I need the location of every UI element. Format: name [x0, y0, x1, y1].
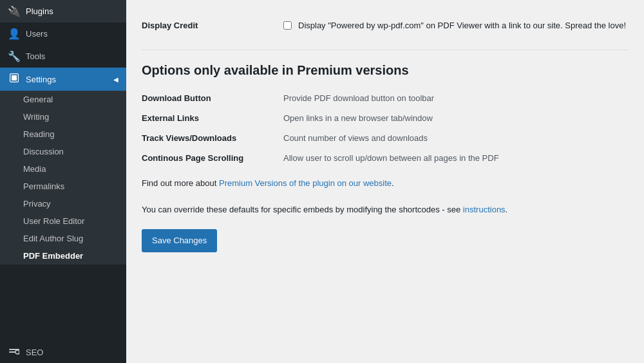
sidebar-label-general: General	[23, 95, 53, 104]
sidebar-item-general[interactable]: General	[0, 91, 126, 108]
divider	[142, 50, 629, 50]
plugins-icon: 🔌	[8, 5, 21, 17]
main-content: Display Credit Display "Powered by wp-pd…	[126, 0, 644, 363]
sidebar-label-permalinks: Permalinks	[23, 182, 64, 191]
sidebar-label-settings: Settings	[26, 75, 56, 84]
sidebar-label-plugins: Plugins	[26, 6, 53, 16]
override-text-prefix: You can override these defaults for spec…	[142, 205, 463, 214]
find-more-suffix: .	[392, 178, 394, 188]
sidebar-item-reading[interactable]: Reading	[0, 126, 126, 143]
sidebar-item-users[interactable]: 👤 Users	[0, 23, 126, 45]
sidebar-label-pdf-embedder: PDF Embedder	[23, 251, 83, 261]
sidebar-item-discussion[interactable]: Discussion	[0, 143, 126, 160]
display-credit-value: Display "Powered by wp-pdf.com" on PDF V…	[283, 19, 629, 32]
sidebar-label-privacy: Privacy	[23, 199, 51, 209]
display-credit-row: Display Credit Display "Powered by wp-pd…	[142, 13, 629, 39]
premium-row-external: External Links Open links in a new brows…	[142, 108, 629, 128]
premium-row-download: Download Button Provide PDF download but…	[142, 88, 629, 108]
settings-icon	[8, 73, 21, 86]
settings-submenu: General Writing Reading Discussion Media…	[0, 91, 126, 265]
sidebar-item-writing[interactable]: Writing	[0, 108, 126, 126]
display-credit-label: Display Credit	[142, 19, 270, 30]
sidebar-item-seo[interactable]: SEO	[0, 341, 126, 363]
sidebar-label-writing: Writing	[23, 112, 49, 122]
svg-rect-1	[12, 75, 17, 80]
premium-value-track: Count number of views and downloads	[283, 133, 629, 143]
find-more-text: Find out more about Premium Versions of …	[142, 178, 629, 188]
sidebar-item-tools[interactable]: 🔧 Tools	[0, 45, 126, 68]
users-icon: 👤	[8, 28, 21, 40]
premium-label-external: External Links	[142, 113, 270, 123]
premium-value-download: Provide PDF download button on toolbar	[283, 93, 629, 103]
sidebar-label-user-role-editor: User Role Editor	[23, 216, 84, 226]
sidebar-item-media[interactable]: Media	[0, 160, 126, 178]
premium-label-track: Track Views/Downloads	[142, 133, 270, 143]
premium-row-track: Track Views/Downloads Count number of vi…	[142, 128, 629, 148]
sidebar-label-seo: SEO	[26, 348, 43, 357]
premium-value-external: Open links in a new browser tab/window	[283, 113, 629, 123]
tools-icon: 🔧	[8, 50, 21, 62]
sidebar-item-edit-author-slug[interactable]: Edit Author Slug	[0, 230, 126, 247]
sidebar-label-media: Media	[23, 164, 46, 174]
override-text-suffix: .	[506, 205, 508, 214]
sidebar-label-users: Users	[26, 29, 48, 39]
display-credit-checkbox[interactable]	[283, 21, 292, 30]
seo-icon	[8, 346, 21, 358]
sidebar: 🔌 Plugins 👤 Users 🔧 Tools Settings ◀ Gen…	[0, 0, 126, 363]
premium-versions-link[interactable]: Premium Versions of the plugin on our we…	[219, 178, 392, 188]
premium-label-scrolling: Continous Page Scrolling	[142, 153, 270, 163]
premium-title: Options only available in Premium versio…	[142, 63, 629, 78]
save-changes-button[interactable]: Save Changes	[142, 229, 217, 252]
sidebar-item-permalinks[interactable]: Permalinks	[0, 178, 126, 195]
svg-line-5	[19, 353, 19, 355]
premium-value-scrolling: Allow user to scroll up/down between all…	[283, 153, 629, 163]
sidebar-item-privacy[interactable]: Privacy	[0, 195, 126, 212]
sidebar-item-plugins[interactable]: 🔌 Plugins	[0, 0, 126, 23]
settings-arrow-icon: ◀	[113, 76, 118, 83]
override-section: You can override these defaults for spec…	[142, 203, 629, 217]
premium-row-scrolling: Continous Page Scrolling Allow user to s…	[142, 148, 629, 168]
sidebar-item-settings[interactable]: Settings ◀	[0, 68, 126, 91]
sidebar-label-discussion: Discussion	[23, 147, 64, 156]
sidebar-item-pdf-embedder[interactable]: PDF Embedder	[0, 247, 126, 265]
display-credit-description: Display "Powered by wp-pdf.com" on PDF V…	[298, 19, 626, 32]
premium-section: Options only available in Premium versio…	[142, 63, 629, 188]
premium-label-download: Download Button	[142, 93, 270, 103]
find-more-prefix: Find out more about	[142, 178, 219, 188]
sidebar-label-reading: Reading	[23, 129, 54, 139]
sidebar-label-tools: Tools	[26, 51, 45, 61]
instructions-link[interactable]: instructions	[463, 205, 506, 214]
sidebar-label-edit-author-slug: Edit Author Slug	[23, 234, 83, 243]
sidebar-item-user-role-editor[interactable]: User Role Editor	[0, 212, 126, 230]
svg-rect-3	[9, 351, 15, 353]
